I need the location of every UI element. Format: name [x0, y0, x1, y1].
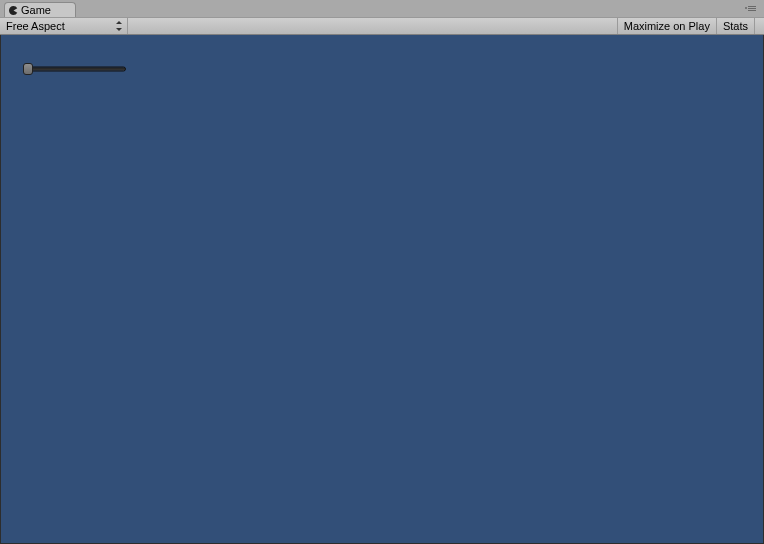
slider-track [23, 67, 126, 72]
stats-label: Stats [723, 20, 748, 32]
game-tab-icon [9, 6, 18, 15]
updown-icon [116, 20, 122, 32]
maximize-label: Maximize on Play [624, 20, 710, 32]
runtime-slider[interactable] [23, 63, 126, 75]
toolbar-end-gap [755, 18, 764, 34]
dock-menu-icon[interactable] [748, 3, 758, 13]
slider-thumb[interactable] [23, 63, 33, 75]
tab-bar: Game [0, 0, 764, 17]
game-viewport [0, 35, 764, 544]
stats-button[interactable]: Stats [717, 18, 755, 34]
aspect-dropdown-label: Free Aspect [6, 20, 65, 32]
toolbar-spacer [128, 18, 618, 34]
aspect-dropdown[interactable]: Free Aspect [0, 18, 128, 34]
tab-label: Game [21, 3, 51, 17]
maximize-on-play-button[interactable]: Maximize on Play [618, 18, 717, 34]
tab-game[interactable]: Game [4, 2, 76, 17]
game-toolbar: Free Aspect Maximize on Play Stats [0, 17, 764, 35]
